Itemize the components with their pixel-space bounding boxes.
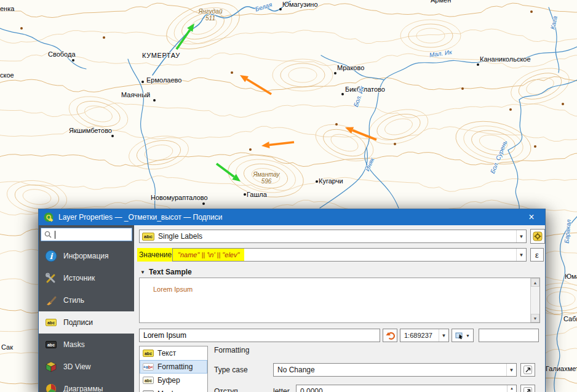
place-label: Новомурапталово — [151, 194, 208, 201]
sidebar-item-label: Источник — [63, 274, 95, 282]
formatting-header: Formatting — [214, 346, 249, 354]
label-mode-dropdown[interactable]: abc Single Labels ▼ — [139, 230, 527, 243]
elevation-point — [509, 108, 512, 111]
text-sample-preview: Lorem Ipsum ▲ ▼ — [139, 278, 540, 323]
properties-sidebar: i Информация Источник Стиль — [39, 225, 134, 392]
sidebar-item-label: 3D View — [63, 362, 90, 371]
settlement-dot — [334, 72, 336, 74]
spin-up-icon[interactable]: ▲ — [507, 385, 516, 391]
elevation-point — [562, 103, 564, 105]
scroll-down-icon[interactable]: ▼ — [531, 314, 539, 322]
data-defined-override-button[interactable] — [520, 385, 535, 392]
type-case-value: No Change — [274, 366, 506, 374]
tab-text[interactable]: abc Текст — [140, 346, 207, 360]
settlement-dot — [477, 63, 479, 66]
dropdown-arrow-icon: ▼ — [466, 334, 470, 338]
elevation-label: Ямантау596 — [253, 171, 279, 185]
river-label: Мал. Ик — [429, 49, 452, 58]
sample-background-field[interactable] — [479, 329, 539, 342]
expression-dropdown[interactable]: "name" || '\n' || "elev" ▼ — [172, 248, 527, 262]
automated-placement-settings-button[interactable] — [530, 229, 545, 244]
layer-properties-dialog: Q Layer Properties — _Отметки_высот — По… — [38, 209, 546, 392]
paintbrush-icon — [44, 294, 58, 307]
sidebar-item-3d-view[interactable]: 3D View — [39, 356, 134, 378]
place-label: енка — [0, 5, 14, 12]
preview-scale-dropdown[interactable]: 1:689237 ▼ — [400, 329, 449, 342]
text-caret — [55, 231, 55, 239]
settlement-dot — [141, 81, 144, 83]
override-icon — [523, 365, 533, 375]
formatting-icon: +ab< — [143, 363, 154, 370]
sample-preview-text: Lorem Ipsum — [153, 286, 193, 293]
place-label: Кугарчи — [319, 177, 343, 185]
elevation-point — [231, 71, 233, 74]
abc-label-icon: abc — [44, 316, 58, 329]
sidebar-search[interactable] — [41, 228, 132, 241]
search-input[interactable] — [58, 230, 129, 239]
dropdown-arrow-icon: ▼ — [506, 364, 516, 376]
info-icon: i — [44, 249, 58, 263]
set-scale-from-map-button[interactable]: ▼ — [452, 329, 474, 342]
river-label: Бол. Сурень — [489, 140, 509, 175]
sidebar-item-diagrams[interactable]: Диаграммы — [39, 378, 134, 392]
tab-buffer[interactable]: abc Буфер — [140, 374, 207, 387]
tab-mask[interactable]: abc Mask — [140, 387, 207, 392]
place-label: Сак — [1, 343, 13, 351]
spacing-label: Отступ — [214, 387, 238, 392]
sample-text-input[interactable] — [139, 329, 380, 342]
tab-formatting[interactable]: +ab< Formatting — [140, 360, 207, 374]
place-label: Юмагузино — [282, 1, 318, 8]
qgis-logo-icon: Q — [44, 212, 54, 222]
settlement-dot — [153, 99, 156, 102]
placement-settings-icon — [533, 231, 543, 241]
tab-label: Mask — [157, 390, 175, 392]
place-label: ское — [0, 71, 14, 79]
river-label: Белая — [254, 1, 273, 13]
sidebar-item-label: Подписи — [63, 318, 93, 327]
cube-3d-icon — [44, 360, 58, 374]
place-label: КУМЕРТАУ — [142, 52, 180, 59]
elevation-point — [103, 36, 105, 39]
undo-arrow-icon — [386, 331, 395, 340]
letter-spacing-spinbox[interactable]: 0,0000 ▲ ▼ — [296, 385, 517, 392]
spacing-value: 0,0000 — [300, 387, 323, 392]
sidebar-item-source[interactable]: Источник — [39, 267, 134, 289]
elevation-point — [461, 87, 464, 90]
settlement-dot — [279, 8, 282, 10]
sidebar-item-label: Masks — [63, 340, 85, 349]
dialog-title: Layer Properties — _Отметки_высот — Подп… — [58, 213, 517, 222]
place-label: Армен — [431, 0, 451, 4]
sidebar-item-label: Диаграммы — [63, 385, 103, 392]
tools-icon — [44, 271, 58, 285]
value-label: Значение — [137, 248, 172, 262]
data-defined-override-button[interactable] — [520, 363, 535, 377]
elevation-point — [249, 148, 252, 151]
sidebar-item-masks[interactable]: abc Masks — [39, 334, 134, 356]
preview-scrollbar[interactable]: ▲ ▼ — [530, 278, 539, 322]
dialog-titlebar[interactable]: Q Layer Properties — _Отметки_высот — По… — [39, 209, 545, 225]
sidebar-item-label: Стиль — [63, 296, 84, 305]
place-label: Гашла — [247, 191, 267, 198]
epsilon-icon: ε — [535, 250, 539, 260]
dropdown-arrow-icon: ▼ — [516, 230, 526, 242]
reset-sample-button[interactable] — [383, 329, 397, 342]
scroll-up-icon[interactable]: ▲ — [531, 278, 539, 287]
expression-builder-button[interactable]: ε — [530, 248, 544, 262]
dropdown-arrow-icon: ▼ — [516, 249, 526, 261]
sidebar-item-symbology[interactable]: Стиль — [39, 289, 134, 311]
close-button[interactable]: × — [522, 209, 541, 225]
type-case-dropdown[interactable]: No Change ▼ — [273, 363, 517, 377]
place-label: Мраково — [337, 64, 364, 71]
sidebar-item-labels[interactable]: abc Подписи — [39, 311, 134, 334]
pie-chart-icon — [44, 382, 58, 392]
text-sample-header[interactable]: ▼ Text Sample — [140, 268, 192, 276]
type-case-label: Type case — [214, 366, 248, 374]
unit-label: letter — [273, 387, 290, 392]
qgis-window: енкаСвободаКУМЕРТАУЕрмолаевоМаячныйЯкшим… — [0, 0, 577, 392]
sidebar-item-information[interactable]: i Информация — [39, 245, 134, 267]
expression-text: "name" || '\n' || "elev" — [173, 249, 244, 261]
settlement-dot — [316, 180, 318, 183]
elevation-point — [394, 143, 396, 145]
elevation-point — [534, 145, 536, 148]
section-title: Text Sample — [149, 268, 192, 276]
